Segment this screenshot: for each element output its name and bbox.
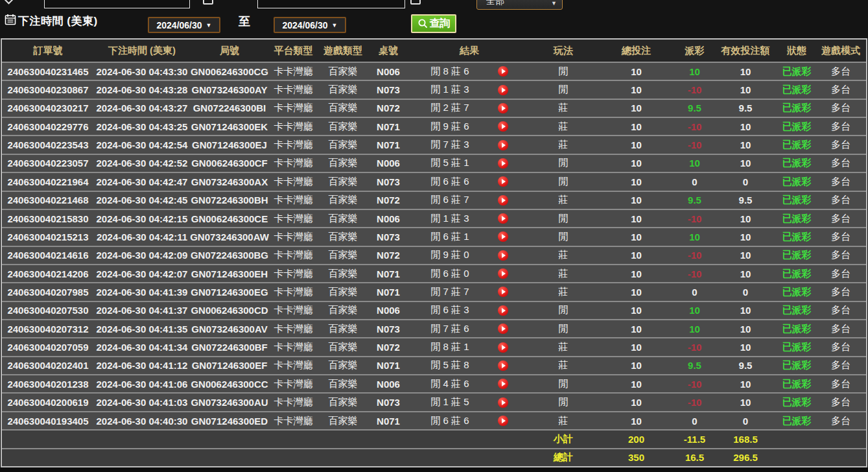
valid-bet-cell: 10 — [713, 155, 778, 172]
status-cell: 已派彩 — [778, 265, 815, 282]
payout-cell: 0 — [676, 173, 713, 190]
total-bet-cell: 10 — [596, 100, 676, 117]
result-cell: 閒 1 莊 3 — [408, 210, 530, 227]
play-icon[interactable] — [498, 268, 508, 279]
result-text: 閒 1 莊 3 — [430, 213, 469, 225]
result-cell: 閒 8 莊 6 — [408, 63, 530, 80]
play-type-cell: 莊 — [530, 118, 596, 135]
platform-filter-select[interactable]: 全部 ▼ — [476, 0, 563, 10]
game-type-cell: 百家樂 — [318, 210, 368, 227]
platform-type-cell: 卡卡灣廳 — [269, 338, 318, 355]
game-type-cell: 百家樂 — [318, 247, 368, 264]
order-number-cell: 240630040215213 — [2, 228, 94, 245]
play-icon[interactable] — [498, 103, 508, 113]
play-icon[interactable] — [498, 379, 508, 389]
table-row: 2406300402024012024-06-30 04:41:12GN0712… — [2, 356, 866, 374]
status-cell: 已派彩 — [778, 173, 815, 190]
play-type-cell: 莊 — [530, 265, 596, 282]
footer-label-cell: 小計 — [530, 431, 596, 447]
total-bet-cell: 10 — [596, 375, 676, 392]
order-number-cell: 240630040200619 — [2, 394, 94, 410]
play-icon[interactable] — [498, 158, 508, 169]
field-icon-2 — [410, 0, 421, 5]
empty-cell — [368, 449, 408, 466]
play-icon[interactable] — [498, 195, 508, 206]
valid-bet-cell: 0 — [713, 173, 778, 190]
play-icon[interactable] — [498, 397, 508, 408]
bet-time-cell: 2024-06-30 04:42:15 — [94, 210, 190, 227]
table-row: 2406300402006192024-06-30 04:41:03GN0732… — [2, 392, 866, 410]
play-type-cell: 閒 — [530, 155, 596, 172]
orders-table: 訂單號下注時間 (美東)局號平台類型遊戲類型桌號結果玩法總投注派彩有效投注額狀態… — [1, 38, 867, 467]
platform-type-cell: 卡卡灣廳 — [269, 283, 318, 300]
play-type-cell: 閒 — [530, 228, 596, 245]
result-text: 閒 1 莊 3 — [430, 84, 469, 96]
empty-cell — [318, 449, 368, 466]
footer-label-cell: 總計 — [530, 449, 596, 466]
game-mode-cell: 多台 — [815, 394, 866, 410]
payout-cell: 10 — [676, 320, 713, 337]
play-icon[interactable] — [498, 305, 508, 316]
result-cell: 閒 4 莊 6 — [408, 375, 530, 392]
play-type-cell: 莊 — [530, 247, 596, 264]
play-icon[interactable] — [498, 324, 508, 334]
result-cell: 閒 2 莊 7 — [408, 100, 530, 117]
table-row: 2406300402235432024-06-30 04:42:54GN0712… — [2, 135, 866, 153]
result-text: 閒 7 莊 3 — [430, 139, 469, 151]
column-header: 派彩 — [676, 40, 713, 62]
play-icon[interactable] — [498, 342, 508, 353]
result-text: 閒 6 莊 1 — [430, 231, 469, 243]
date-range-to-label: 至 — [239, 14, 250, 29]
round-number-cell: GN072246300BF — [190, 338, 269, 355]
game-type-cell: 百家樂 — [318, 81, 368, 98]
date-from-select[interactable]: 2024/06/30 ▼ — [148, 17, 220, 33]
result-text: 閒 8 莊 1 — [430, 341, 469, 353]
result-text: 閒 1 莊 5 — [430, 396, 469, 408]
bet-time-cell: 2024-06-30 04:41:03 — [94, 394, 190, 410]
table-number-cell: N006 — [368, 210, 408, 227]
filter-bar: 全部 ▼ 下注時間 (美東) 2024/06/30 ▼ 至 2024/06/30… — [0, 0, 868, 38]
magnifier-icon — [417, 18, 428, 29]
order-number-cell: 240630040215830 — [2, 210, 94, 227]
table-number-cell: N071 — [368, 283, 408, 300]
table-row: 2406300402142062024-06-30 04:42:07GN0712… — [2, 264, 866, 282]
play-icon[interactable] — [498, 140, 508, 150]
result-cell: 閒 5 莊 8 — [408, 357, 530, 374]
order-number-cell: 240630040231465 — [2, 63, 94, 80]
table-row: 2406300402230572024-06-30 04:42:52GN0062… — [2, 154, 866, 172]
play-type-cell: 莊 — [530, 136, 596, 153]
play-icon[interactable] — [498, 250, 508, 261]
play-type-cell: 莊 — [530, 357, 596, 374]
table-number-cell: N006 — [368, 63, 408, 80]
payout-cell: 10 — [676, 63, 713, 80]
round-number-cell: GN006246300CE — [190, 210, 269, 227]
table-row: 2406300402075302024-06-30 04:41:37GN0062… — [2, 301, 866, 319]
play-icon[interactable] — [498, 121, 508, 132]
table-number-cell: N071 — [368, 265, 408, 282]
table-number-cell: N071 — [368, 136, 408, 153]
platform-type-cell: 卡卡灣廳 — [269, 173, 318, 190]
order-input[interactable] — [257, 0, 405, 8]
bet-time-cell: 2024-06-30 04:41:06 — [94, 375, 190, 392]
payout-cell: -10 — [676, 375, 713, 392]
status-cell: 已派彩 — [778, 338, 815, 355]
round-number-cell: GN071246300EJ — [190, 136, 269, 153]
play-icon[interactable] — [498, 176, 508, 187]
column-header: 玩法 — [530, 40, 596, 62]
play-icon[interactable] — [498, 231, 508, 242]
footer-payout-cell: 16.5 — [676, 449, 713, 466]
date-to-select[interactable]: 2024/06/30 ▼ — [274, 17, 346, 33]
play-icon[interactable] — [498, 287, 508, 297]
status-cell: 已派彩 — [778, 192, 815, 209]
play-icon[interactable] — [498, 66, 508, 77]
play-icon[interactable] — [498, 360, 508, 371]
play-icon[interactable] — [498, 213, 508, 224]
play-icon[interactable] — [498, 85, 508, 95]
search-button[interactable]: 查詢 — [411, 14, 456, 33]
total-bet-cell: 10 — [596, 118, 676, 135]
round-number-cell: GN006246300CF — [190, 155, 269, 172]
account-input[interactable] — [44, 0, 190, 8]
play-type-cell: 閒 — [530, 302, 596, 319]
payout-cell: -10 — [676, 338, 713, 355]
play-icon[interactable] — [498, 416, 508, 426]
